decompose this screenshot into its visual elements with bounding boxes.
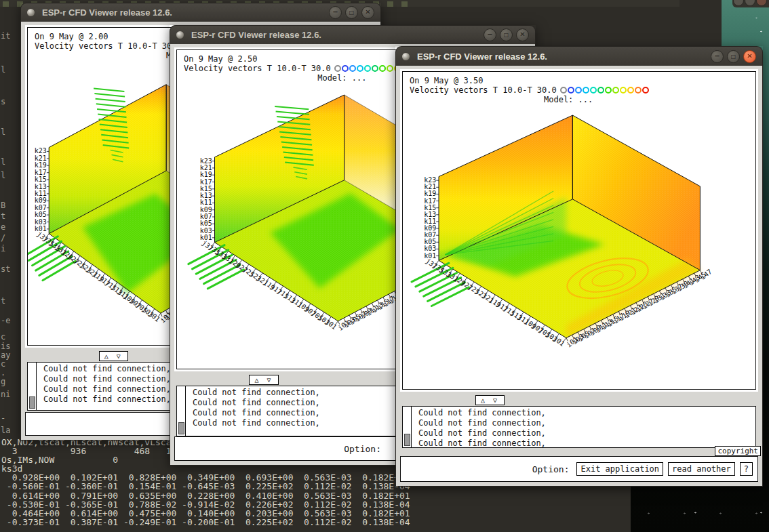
scrollbar-thumb[interactable] — [178, 422, 184, 434]
view-step-spinner[interactable]: △ ▽ — [99, 351, 128, 361]
model-label: Model: ... — [544, 95, 593, 104]
legend-label: Velocity vectors T 10.0-T 30.0 — [35, 41, 182, 51]
message-line: Could not find connection, — [43, 384, 171, 394]
maximize-icon[interactable] — [745, 0, 755, 6]
legend-row: Velocity vectors T 10.0-T 30.0 — [184, 64, 423, 73]
svg-text:k03: k03 — [35, 218, 47, 226]
legend-dot — [560, 87, 567, 94]
legend-dot — [568, 87, 574, 94]
titlebar[interactable]: ESP-r CFD Viewer release 12.6. − □ ✕ — [20, 3, 381, 22]
legend-row: Velocity vectors T 10.0-T 30.0 — [410, 85, 649, 95]
spinner-row: △ ▽ — [400, 392, 758, 405]
spinner-up-icon[interactable]: △ — [104, 352, 111, 360]
minimize-button-icon[interactable]: − — [329, 6, 342, 19]
close-button-icon[interactable]: ✕ — [361, 6, 374, 19]
minimize-button-icon[interactable]: − — [484, 28, 496, 41]
maximize-button-icon[interactable]: □ — [727, 50, 740, 63]
message-line: Could not find connection, — [418, 408, 546, 418]
svg-text:k11: k11 — [35, 190, 47, 197]
terminal-text-fragment: c — [1, 359, 5, 369]
cfd-vector-plot: k23k21k19k17k15k13k11k09k07k05k03k01j37j… — [407, 77, 726, 373]
minimize-icon[interactable] — [733, 0, 744, 6]
terminal-text-fragment: B — [1, 201, 5, 210]
message-line: Could not find connection, — [193, 398, 320, 408]
exit-application-button[interactable]: Exit application — [576, 462, 663, 476]
window-controls: − □ ✕ — [484, 28, 529, 41]
view-step-spinner[interactable]: △ ▽ — [249, 375, 278, 385]
spinner-up-icon[interactable]: △ — [481, 396, 487, 404]
titlebar[interactable]: ESP-r CFD Viewer release 12.6. − □ ✕ — [170, 25, 536, 44]
maximize-button-icon[interactable]: □ — [345, 6, 358, 19]
spinner-down-icon[interactable]: ▽ — [117, 352, 123, 360]
window-title: ESP-r CFD Viewer release 12.6. — [42, 7, 172, 18]
app-icon — [27, 9, 35, 16]
message-list: Could not find connection,Could not find… — [37, 363, 171, 410]
plot-timestamp: On 9 May @ 2.50 — [184, 54, 257, 64]
titlebar[interactable]: ESP-r CFD Viewer release 12.6. − □ ✕ — [395, 46, 763, 66]
desktop: OX,NO2,tscat,nLscat,nWscat,vLscat 3 936 … — [0, 0, 769, 532]
svg-text:k15: k15 — [35, 176, 47, 183]
legend-label: Velocity vectors T 10.0-T 30.0 — [410, 85, 557, 95]
terminal-text-fragment: c — [1, 332, 5, 342]
spinner-down-icon[interactable]: ▽ — [267, 376, 273, 384]
message-line: Could not find connection, — [418, 428, 546, 438]
scrollbar-thumb[interactable] — [404, 434, 410, 446]
maximize-button-icon[interactable]: □ — [500, 28, 513, 41]
scrollbar-thumb[interactable] — [29, 396, 35, 409]
svg-text:k19: k19 — [35, 161, 47, 169]
legend-dot — [349, 65, 356, 72]
terminal-text-fragment: g — [1, 377, 5, 386]
option-label: Option: — [344, 444, 381, 454]
window-controls: − □ ✕ — [329, 6, 374, 19]
read-another-button[interactable]: read another — [668, 462, 735, 476]
legend-color-scale — [559, 87, 649, 94]
legend-dot — [627, 87, 634, 94]
model-label: Model: ... — [317, 73, 366, 83]
legend-dot — [642, 87, 649, 94]
terminal-text-fragment: st — [1, 264, 10, 274]
legend-dot — [620, 87, 627, 94]
legend-dot — [575, 87, 582, 94]
terminal-text-fragment: is — [1, 342, 10, 351]
message-panel: Could not find connection,Could not find… — [402, 406, 756, 448]
legend-dot — [583, 87, 589, 94]
message-line: Could not find connection, — [193, 418, 320, 428]
view-step-spinner[interactable]: △ ▽ — [475, 395, 505, 405]
terminal-text-fragment: t — [1, 211, 5, 221]
message-line: Could not find connection, — [43, 374, 171, 384]
window-title: ESP-r CFD Viewer release 12.6. — [191, 30, 321, 40]
copyright-badge: copyright — [715, 446, 761, 456]
svg-text:k21: k21 — [35, 155, 47, 162]
close-icon[interactable] — [756, 0, 767, 6]
terminal-text-fragment: s — [1, 97, 5, 106]
message-list: Could not find connection,Could not find… — [186, 386, 320, 436]
message-list: Could not find connection,Could not find… — [412, 407, 546, 447]
terminal-text-fragment: . — [1, 368, 5, 377]
legend-label: Velocity vectors T 10.0-T 30.0 — [184, 64, 331, 73]
scrollbar[interactable] — [177, 386, 186, 436]
legend-dot — [590, 87, 597, 94]
close-button-icon[interactable]: ✕ — [743, 50, 756, 63]
spinner-down-icon[interactable]: ▽ — [493, 396, 499, 404]
message-line: Could not find connection, — [43, 364, 171, 374]
scrollbar[interactable] — [403, 407, 412, 447]
window-controls: − □ ✕ — [711, 50, 756, 63]
scrollbar[interactable] — [28, 363, 37, 410]
terminal-text-fragment: t — [1, 296, 5, 306]
legend-dot — [357, 65, 363, 72]
svg-text:k23: k23 — [35, 147, 47, 155]
help-button[interactable]: ? — [740, 462, 753, 476]
terminal-text-fragment: -e — [1, 316, 10, 325]
message-line: Could not find connection, — [418, 418, 546, 428]
background-titlebar-corner — [732, 0, 769, 7]
svg-text:i47: i47 — [699, 268, 713, 281]
terminal-text-fragment: l — [1, 171, 5, 180]
minimize-button-icon[interactable]: − — [711, 50, 724, 63]
plot-canvas[interactable]: On 9 May @ 3.50 Velocity vectors T 10.0-… — [402, 71, 756, 390]
legend-dot — [597, 87, 604, 94]
terminal-text-fragment: ni — [1, 390, 10, 399]
close-button-icon[interactable]: ✕ — [516, 28, 529, 41]
option-label: Option: — [532, 464, 570, 474]
legend-dot — [635, 87, 642, 94]
svg-text:k13: k13 — [35, 183, 47, 190]
